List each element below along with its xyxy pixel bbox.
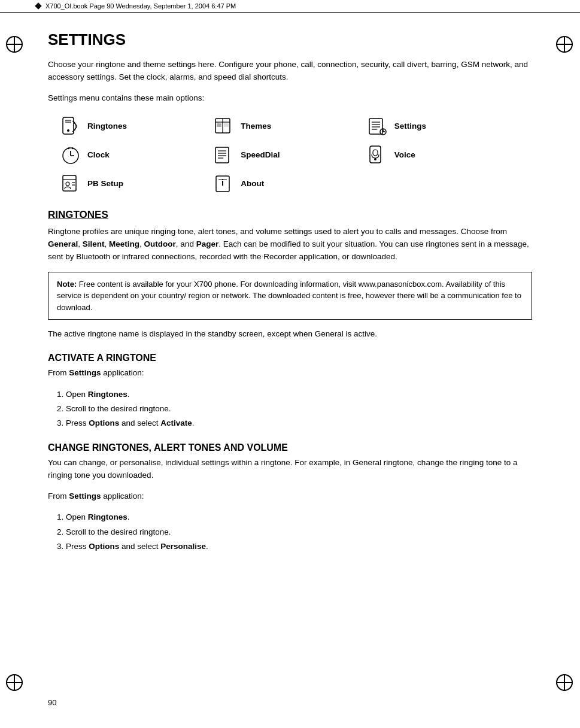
- activate-steps: Open Ringtones. Scroll to the desired ri…: [66, 388, 532, 430]
- crosshair-circle-tr: [556, 36, 573, 53]
- bold-general: General: [48, 239, 78, 248]
- pbsetup-icon: [60, 173, 81, 195]
- crosshair-circle-tl: [6, 36, 23, 53]
- ringtones-body: Ringtone profiles are unique ringing ton…: [48, 226, 532, 263]
- change-steps: Open Ringtones. Scroll to the desired ri…: [66, 511, 532, 553]
- list-item: Scroll to the desired ringtone.: [66, 526, 532, 539]
- list-item: Scroll to the desired ringtone.: [66, 402, 532, 415]
- settings-item-speeddial: SpeedDial: [213, 144, 366, 166]
- bold-pager: Pager: [196, 239, 219, 248]
- speeddial-label: SpeedDial: [241, 150, 280, 159]
- voice-icon: [367, 144, 388, 166]
- speeddial-icon: [213, 144, 235, 166]
- ringtones-section-title: RINGTONES: [48, 209, 532, 221]
- svg-text:i: i: [221, 178, 224, 187]
- clock-icon: [60, 144, 81, 166]
- svg-point-35: [66, 182, 69, 186]
- crosshair-circle-br: [556, 674, 573, 691]
- bold-activate: Activate: [160, 418, 192, 427]
- list-item: Press Options and select Personalise.: [66, 540, 532, 553]
- settings-item-pbsetup: PB Setup: [60, 173, 213, 195]
- about-label: About: [241, 179, 264, 188]
- activate-intro: From Settings application:: [48, 367, 532, 380]
- ringtones-label: Ringtones: [87, 122, 127, 131]
- bold-outdoor: Outdoor: [144, 239, 176, 248]
- file-info: X700_OI.book Page 90 Wednesday, Septembe…: [45, 2, 236, 10]
- page-title: SETTINGS: [48, 31, 532, 49]
- svg-rect-8: [224, 123, 229, 127]
- settings-item-voice: Voice: [367, 144, 520, 166]
- page-wrapper: X700_OI.book Page 90 Wednesday, Septembe…: [0, 0, 580, 728]
- page-number: 90: [48, 698, 56, 707]
- list-item: Open Ringtones.: [66, 511, 532, 524]
- svg-point-1: [67, 129, 69, 132]
- after-note-text: The active ringtone name is displayed in…: [48, 328, 532, 341]
- note-label: Note:: [57, 280, 77, 289]
- bold-options-1: Options: [89, 418, 119, 427]
- voice-label: Voice: [394, 150, 415, 159]
- diamond-icon: [35, 2, 41, 9]
- menu-intro: Settings menu contains these main option…: [48, 92, 532, 105]
- svg-rect-31: [373, 150, 378, 156]
- bold-settings-1: Settings: [69, 368, 101, 377]
- note-box: Note: Free content is available for your…: [48, 272, 532, 320]
- bold-ringtones-2: Ringtones: [88, 512, 127, 521]
- settings-item-clock: Clock: [60, 144, 213, 166]
- list-item: Press Options and select Activate.: [66, 417, 532, 430]
- crosshair-circle-bl: [6, 674, 23, 691]
- bold-personalise: Personalise: [160, 542, 206, 551]
- corner-mark-br: [556, 674, 574, 692]
- bold-options-2: Options: [89, 542, 119, 551]
- bold-meeting: Meeting: [109, 239, 139, 248]
- settings-label-item: Settings: [394, 122, 426, 131]
- corner-mark-tr: [556, 36, 574, 54]
- pbsetup-label: PB Setup: [87, 179, 123, 188]
- clock-label: Clock: [87, 150, 110, 159]
- change-from-settings: From Settings application:: [48, 490, 532, 503]
- about-icon: i: [213, 173, 235, 195]
- bold-silent: Silent: [83, 239, 105, 248]
- settings-item-settings: Settings: [367, 116, 520, 137]
- settings-item-about: i About: [213, 173, 366, 195]
- settings-item-ringtones: Ringtones: [60, 116, 213, 137]
- ringtones-icon: [60, 116, 81, 137]
- themes-icon: [213, 116, 235, 137]
- intro-paragraph: Choose your ringtone and theme settings …: [48, 59, 532, 84]
- main-content: SETTINGS Choose your ringtone and theme …: [0, 13, 580, 576]
- change-ringtones-title: CHANGE RINGTONES, ALERT TONES AND VOLUME: [48, 442, 532, 453]
- activate-ringtone-title: ACTIVATE A RINGTONE: [48, 353, 532, 363]
- list-item: Open Ringtones.: [66, 388, 532, 401]
- themes-label: Themes: [241, 122, 271, 131]
- svg-rect-7: [217, 123, 221, 127]
- settings-item-themes: Themes: [213, 116, 366, 137]
- settings-icon-item: [367, 116, 388, 137]
- settings-grid: Ringtones Themes: [60, 116, 520, 195]
- bold-settings-2: Settings: [69, 492, 101, 500]
- corner-mark-bl: [6, 674, 24, 692]
- bold-ringtones-1: Ringtones: [88, 390, 127, 399]
- change-intro: You can change, or personalise, individu…: [48, 457, 532, 482]
- top-bar: X700_OI.book Page 90 Wednesday, Septembe…: [0, 0, 580, 13]
- note-text: Free content is available for your X700 …: [57, 280, 521, 312]
- corner-mark-tl: [6, 36, 24, 54]
- svg-rect-24: [215, 147, 229, 163]
